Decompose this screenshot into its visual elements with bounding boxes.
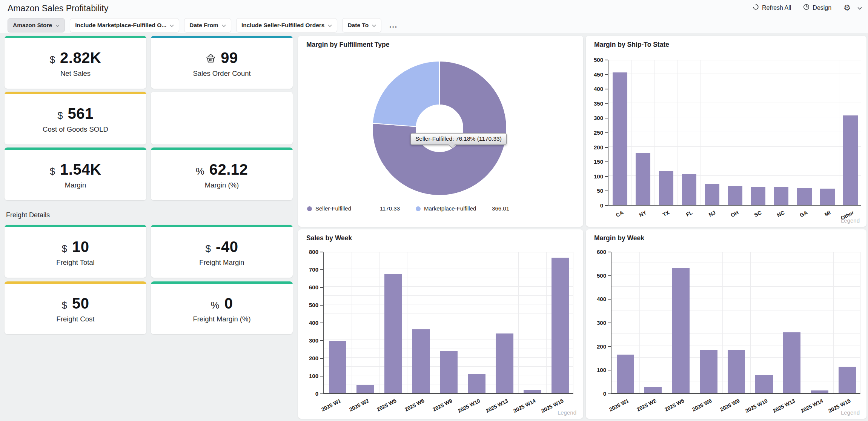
bar-fl[interactable]	[682, 174, 697, 205]
bar-2025-w14[interactable]	[524, 390, 541, 393]
bar-2025-w2[interactable]	[644, 387, 662, 393]
y-axis-tick-label: 500	[302, 302, 318, 308]
gridline	[379, 252, 380, 393]
refresh-all-button[interactable]: Refresh All	[752, 2, 792, 13]
bar-2025-w14[interactable]	[811, 390, 828, 393]
menu-chevron-button[interactable]	[857, 3, 863, 13]
gridline	[611, 275, 860, 275]
y-axis-tick	[608, 346, 611, 347]
bar-2025-w6[interactable]	[412, 329, 430, 393]
x-axis-label: 2025 W9	[707, 398, 740, 419]
kpi-prefix: $	[62, 300, 67, 311]
gridline	[747, 60, 747, 205]
bar-2025-w1[interactable]	[329, 341, 347, 393]
bar-2025-w5[interactable]	[384, 274, 402, 393]
filter-chip-4[interactable]: Date To	[342, 18, 381, 32]
bar-other[interactable]	[843, 115, 858, 205]
bar-2025-w2[interactable]	[356, 385, 374, 393]
gridline	[324, 340, 573, 340]
bar-sc[interactable]	[751, 187, 766, 205]
gridline	[816, 60, 816, 205]
chevron-down-icon	[857, 5, 862, 11]
kpi-card-freight-margin: $-40Freight Margin	[151, 225, 293, 278]
bar-2025-w5[interactable]	[672, 268, 690, 393]
filter-chip-0[interactable]: Amazon Store	[8, 18, 65, 32]
bar-2025-w6[interactable]	[700, 350, 717, 393]
donut-slice-marketplace-fulfilled[interactable]	[372, 61, 439, 126]
y-axis-tick	[605, 74, 608, 75]
legend-note[interactable]: Legend	[558, 409, 576, 416]
gridline	[518, 252, 519, 393]
bar-2025-w1[interactable]	[617, 355, 634, 393]
bar-mi[interactable]	[820, 189, 835, 205]
filter-chip-2[interactable]: Date From	[184, 18, 231, 32]
kpi-card-net-sales: $2.82KNet Sales	[5, 36, 146, 89]
kpi-value: 561	[68, 105, 94, 122]
filter-chip-1[interactable]: Include Marketplace-Fulfilled O...	[70, 18, 179, 32]
bar-ny[interactable]	[636, 153, 650, 205]
bar-tx[interactable]	[659, 171, 674, 205]
chevron-down-icon	[170, 22, 174, 29]
legend-dot-marketplace-fulfilled[interactable]	[416, 206, 421, 211]
bar-nj[interactable]	[705, 184, 720, 205]
gridline	[435, 252, 435, 393]
kpi-value: 2.82K	[60, 49, 101, 66]
bar-2025-w10[interactable]	[755, 375, 773, 393]
bar-2025-w15[interactable]	[552, 258, 569, 393]
y-axis-tick	[605, 132, 608, 133]
gridline	[324, 313, 573, 313]
plot-area	[611, 252, 860, 394]
kpi-prefix: $	[62, 243, 67, 255]
gridline	[778, 252, 778, 393]
y-axis-tick	[605, 89, 608, 89]
gridline	[324, 278, 573, 278]
gridline	[611, 263, 860, 263]
more-filters-button[interactable]: ...	[386, 21, 401, 29]
y-axis-tick-label: 0	[587, 202, 603, 209]
bar-2025-w9[interactable]	[440, 351, 458, 393]
legend-note[interactable]: Legend	[841, 409, 860, 416]
y-axis-tick	[320, 340, 323, 341]
kpi-accent-bar	[151, 92, 293, 94]
filter-chip-label: Date To	[347, 22, 369, 29]
y-axis-tick-label: 800	[302, 249, 318, 255]
bar-nc[interactable]	[774, 187, 789, 205]
gridline	[352, 252, 352, 393]
gridline	[546, 252, 547, 393]
donut-chart[interactable]	[364, 53, 515, 204]
y-axis-tick	[605, 191, 608, 191]
bar-2025-w9[interactable]	[728, 350, 745, 393]
y-axis-tick	[320, 323, 323, 323]
filter-chip-3[interactable]: Include Seller-Fulfilled Orders	[236, 18, 338, 32]
gridline	[608, 132, 861, 132]
design-button[interactable]: Design	[802, 2, 832, 13]
y-axis-tick-label: 200	[302, 355, 318, 361]
panel-margin-by-fulfillment-type: Margin by Fulfillment Type Seller-Fulfil…	[298, 36, 583, 227]
bar-2025-w13[interactable]	[783, 332, 800, 393]
bar-oh[interactable]	[728, 186, 743, 205]
kpi-label: Freight Cost	[57, 315, 95, 323]
bar-ga[interactable]	[797, 188, 812, 205]
bar-2025-w15[interactable]	[839, 367, 856, 393]
gridline	[678, 60, 678, 205]
y-axis-tick	[605, 176, 608, 177]
y-axis-tick	[608, 323, 611, 323]
kpi-value: 0	[224, 295, 233, 312]
settings-button[interactable]: ⚙	[843, 2, 851, 13]
legend-dot-seller-fulfilled[interactable]	[307, 206, 312, 211]
kpi-card-margin-: %62.12Margin (%)	[151, 148, 293, 200]
filter-bar: Amazon StoreInclude Marketplace-Fulfille…	[8, 18, 401, 32]
y-axis-tick	[320, 305, 323, 306]
y-axis-tick-label: 100	[587, 173, 603, 180]
bar-2025-w13[interactable]	[496, 333, 513, 393]
y-axis-tick	[320, 269, 323, 270]
y-axis-tick-label: 500	[590, 272, 606, 279]
bar-ca[interactable]	[613, 72, 627, 205]
gridline	[750, 252, 751, 393]
kpi-value: 1.54K	[60, 161, 101, 178]
bar-2025-w10[interactable]	[468, 374, 486, 393]
chart-title: Sales by Week	[306, 234, 352, 242]
y-axis-tick	[605, 205, 608, 206]
kpi-label: Margin	[65, 181, 86, 189]
kpi-card-cost-of-goods-sold: $561Cost of Goods SOLD	[5, 92, 146, 144]
